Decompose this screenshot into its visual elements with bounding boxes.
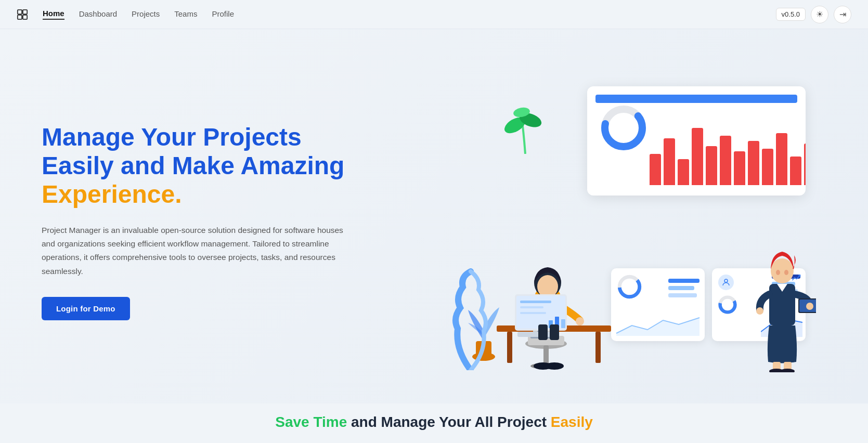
hero-heading-line3: Experience.	[42, 180, 182, 208]
svg-rect-38	[520, 312, 546, 314]
svg-rect-37	[520, 306, 543, 308]
hero-description: Project Manager is an invaluable open-so…	[42, 224, 343, 278]
svg-rect-57	[779, 370, 781, 372]
hero-illustration	[434, 71, 827, 372]
svg-rect-43	[538, 324, 548, 340]
logout-icon: ⇥	[839, 9, 846, 19]
svg-point-10	[724, 279, 728, 282]
svg-point-52	[784, 270, 788, 275]
svg-point-50	[771, 258, 794, 283]
teaser-suffix: Easily	[551, 414, 593, 430]
bar-4	[706, 146, 717, 185]
hero-content: Manage Your Projects Easily and Make Ama…	[42, 123, 434, 320]
bar-10	[790, 157, 801, 185]
bar-7	[748, 141, 759, 185]
sun-icon: ☀	[816, 9, 823, 19]
navbar: Home Dashboard Projects Teams Profile v0…	[0, 0, 868, 29]
svg-point-60	[756, 307, 763, 315]
small-card-1	[611, 268, 705, 341]
bar-11	[804, 144, 806, 185]
wave-plant-left	[450, 266, 491, 372]
svg-rect-21	[595, 332, 601, 363]
svg-rect-41	[561, 319, 565, 328]
hero-section: Manage Your Projects Easily and Make Ama…	[0, 29, 868, 403]
bar-2	[678, 159, 689, 185]
nav-right: v0.5.0 ☀ ⇥	[776, 6, 851, 23]
dashboard-card-main	[587, 86, 806, 196]
bar-chart	[650, 123, 795, 185]
nav-profile[interactable]: Profile	[212, 9, 234, 19]
logout-button[interactable]: ⇥	[834, 6, 851, 23]
nav-links: Home Dashboard Projects Teams Profile	[43, 9, 234, 20]
svg-point-51	[776, 270, 780, 275]
bar-3	[692, 128, 703, 185]
svg-rect-44	[550, 324, 559, 340]
svg-point-59	[806, 303, 813, 310]
theme-toggle-button[interactable]: ☀	[811, 6, 828, 23]
svg-rect-58	[789, 370, 792, 372]
teaser-prefix: Save Time	[275, 414, 347, 430]
nav-dashboard[interactable]: Dashboard	[79, 9, 117, 19]
nav-home[interactable]: Home	[43, 9, 64, 20]
nav-teams[interactable]: Teams	[174, 9, 197, 19]
svg-rect-2	[18, 15, 22, 19]
plant-decoration-top	[502, 97, 549, 156]
person-standing-scene	[748, 216, 816, 372]
svg-rect-1	[23, 9, 27, 14]
svg-rect-20	[507, 332, 512, 363]
svg-rect-36	[520, 301, 551, 303]
bottom-teaser: Save Time and Manage Your All Project Ea…	[0, 403, 868, 436]
bar-0	[650, 154, 661, 185]
svg-rect-3	[23, 15, 27, 19]
hero-heading-line2: Easily and Make Amazing	[42, 152, 344, 179]
donut-chart	[598, 102, 650, 156]
svg-rect-0	[18, 9, 22, 14]
nav-logo	[17, 9, 28, 20]
bar-6	[734, 151, 745, 185]
svg-point-6	[613, 118, 634, 138]
login-demo-button[interactable]: Login for Demo	[42, 297, 130, 320]
hero-heading: Manage Your Projects Easily and Make Ama…	[42, 123, 434, 209]
svg-point-29	[576, 317, 584, 325]
teaser-middle: and Manage Your All Project	[351, 414, 551, 430]
svg-point-46	[545, 362, 564, 370]
version-badge: v0.5.0	[776, 8, 806, 21]
svg-point-56	[780, 369, 795, 372]
bar-9	[776, 133, 787, 185]
apps-icon	[17, 9, 28, 20]
bar-8	[762, 149, 773, 185]
bar-1	[664, 138, 675, 185]
bar-5	[720, 136, 731, 185]
hero-heading-line1: Manage Your Projects	[42, 123, 302, 151]
nav-projects[interactable]: Projects	[132, 9, 160, 19]
